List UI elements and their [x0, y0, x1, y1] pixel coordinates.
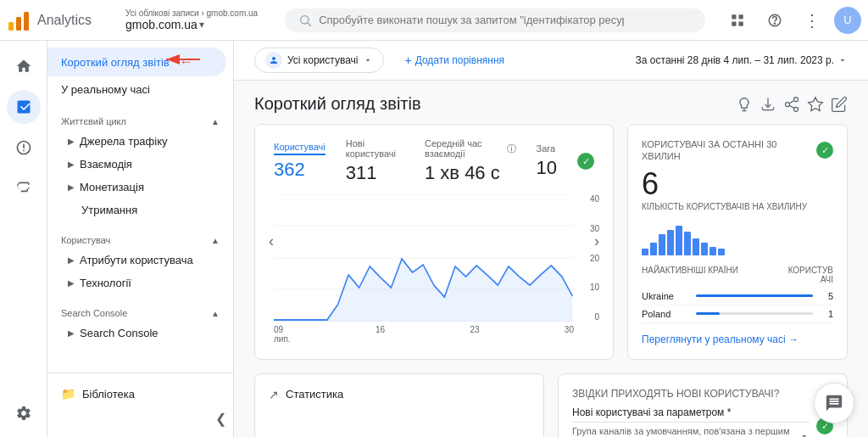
chat-icon	[825, 394, 843, 412]
all-users-label: Усі користувачі	[287, 54, 358, 66]
chat-button[interactable]	[814, 383, 854, 423]
sidebar-realtime-label: У реальному часі	[61, 83, 150, 96]
trend-icon: ↗	[269, 388, 279, 401]
date-dropdown-icon	[837, 55, 848, 65]
statistics-card: ↗ Статистика	[254, 373, 544, 437]
realtime-title-text: КОРИСТУВАЧІ ЗА ОСТАННІ 30 ХВИЛИН	[642, 138, 816, 163]
ukraine-bar-fill	[696, 294, 813, 297]
sidebar-item-engagement[interactable]: ▶ Взаємодія	[47, 153, 233, 176]
sidebar-item-realtime[interactable]: У реальному часі	[47, 76, 226, 103]
y-label-0: 0	[590, 312, 599, 322]
nav-home[interactable]	[7, 49, 41, 83]
svg-rect-8	[739, 21, 743, 25]
y-label-10: 10	[590, 283, 599, 292]
all-users-filter[interactable]: Усі користувачі	[254, 48, 384, 73]
sidebar-section-lifecycle: Життєвий цикл ▲	[47, 109, 233, 130]
nav-settings[interactable]	[7, 396, 41, 430]
country-row-poland: Poland 1	[642, 305, 833, 323]
users-value: 362	[274, 159, 326, 181]
property-dropdown-icon[interactable]: ▾	[199, 19, 204, 31]
add-comparison-button[interactable]: + Додати порівняння	[394, 50, 515, 70]
avg-time-label: Середній час взаємодії ⓘ	[425, 138, 516, 159]
stats-label: Статистика	[286, 388, 343, 401]
y-label-40: 40	[590, 194, 599, 204]
svg-rect-0	[8, 22, 14, 31]
poland-name: Poland	[642, 309, 693, 319]
bar-10	[718, 249, 725, 255]
metric-users[interactable]: Користувачі 362	[274, 142, 326, 181]
sidebar-item-search-console[interactable]: ▶ Search Console	[47, 322, 233, 345]
nav-reports[interactable]	[7, 90, 41, 124]
svg-point-3	[301, 15, 309, 23]
sc-chevron[interactable]: ▲	[211, 309, 220, 318]
search-icon	[298, 14, 312, 27]
sidebar-item-retention[interactable]: Утримання	[47, 199, 233, 221]
collapse-sidebar-button[interactable]: ❮	[215, 411, 226, 427]
share-icon[interactable]	[783, 96, 800, 113]
bar-2	[650, 243, 657, 255]
apps-icon	[730, 13, 745, 28]
sidebar-section-user: Користувач ▲	[47, 228, 233, 249]
x-label-1: 09лип.	[274, 325, 291, 344]
account-info: Усі облікові записи › gmob.com.ua	[125, 8, 258, 18]
metric-new-users[interactable]: Нові користувачі 311	[346, 138, 404, 184]
export-icon[interactable]	[760, 96, 776, 113]
svg-rect-7	[732, 21, 736, 25]
page-title: Короткий огляд звітів	[254, 94, 421, 114]
svg-point-10	[774, 23, 775, 24]
bar-9	[709, 247, 716, 255]
bar-1	[642, 249, 648, 255]
svg-point-13	[794, 97, 798, 101]
x-label-4: 30	[565, 325, 574, 344]
svg-marker-18	[809, 97, 823, 110]
help-button[interactable]	[760, 5, 790, 36]
dropdown-chevron	[799, 431, 810, 437]
y-label-30: 30	[590, 224, 599, 233]
search-input[interactable]	[319, 14, 624, 26]
svg-marker-24	[274, 259, 572, 322]
country-table: НАЙАКТИВНІШІ КРАЇНИ КОРИСТУВ АЧІ Ukraine…	[642, 266, 833, 323]
bulb-icon[interactable]	[736, 96, 753, 113]
date-range-picker[interactable]: За останні 28 днів 4 лип. – 31 лип. 2023…	[636, 54, 848, 66]
metric-total[interactable]: Зага 10	[537, 143, 557, 179]
more-button[interactable]: ⋮	[797, 5, 827, 36]
new-users-group[interactable]: Група каналів за умовчанням, пов'язана з…	[572, 426, 810, 437]
header-actions	[736, 96, 848, 113]
users-label: Користувачі	[274, 142, 326, 155]
countries-header-name: НАЙАКТИВНІШІ КРАЇНИ	[642, 266, 738, 284]
edit-icon[interactable]	[831, 96, 848, 113]
sidebar-item-reports-overview[interactable]: Короткий огляд звітів ←	[47, 48, 226, 76]
app-name: Analytics	[37, 13, 92, 28]
property-name[interactable]: gmob.com.ua	[125, 18, 198, 31]
line-chart	[274, 194, 574, 322]
realtime-check-icon: ✓	[816, 142, 833, 159]
svg-point-14	[786, 102, 790, 106]
avatar[interactable]: U	[834, 7, 861, 34]
bookmark-icon[interactable]	[807, 96, 824, 113]
svg-rect-6	[739, 14, 743, 19]
nav-explore[interactable]	[7, 131, 41, 165]
user-icon	[265, 52, 282, 69]
sidebar-item-library[interactable]: 📁 Бібліотека	[47, 380, 233, 407]
poland-count: 1	[816, 309, 833, 319]
realtime-link[interactable]: Переглянути у реальному часі →	[642, 333, 833, 345]
x-label-3: 23	[470, 325, 479, 344]
sidebar-item-tech[interactable]: ▶ Технології	[47, 272, 233, 294]
add-icon: +	[404, 53, 411, 67]
new-users-param-row: Нові користувачі за параметром *	[572, 406, 810, 423]
sidebar-item-traffic[interactable]: ▶ Джерела трафіку	[47, 130, 233, 153]
lifecycle-chevron[interactable]: ▲	[211, 117, 220, 126]
expand-icon2: ▶	[68, 160, 75, 169]
expand-icon4: ▶	[68, 255, 75, 265]
advertising-icon	[15, 180, 32, 197]
highlight-arrow: ←	[180, 54, 193, 70]
metric-avg-time[interactable]: Середній час взаємодії ⓘ 1 хв 46 с	[425, 138, 516, 184]
total-value: 10	[537, 157, 557, 179]
settings-icon	[15, 405, 32, 422]
sidebar-item-user-attrs[interactable]: ▶ Атрибути користувача	[47, 249, 233, 272]
user-chevron[interactable]: ▲	[211, 236, 220, 245]
apps-button[interactable]	[722, 5, 753, 36]
poland-bar-bg	[696, 312, 813, 315]
nav-advertising[interactable]	[7, 171, 41, 205]
sidebar-item-monetization[interactable]: ▶ Монетизація	[47, 176, 233, 199]
